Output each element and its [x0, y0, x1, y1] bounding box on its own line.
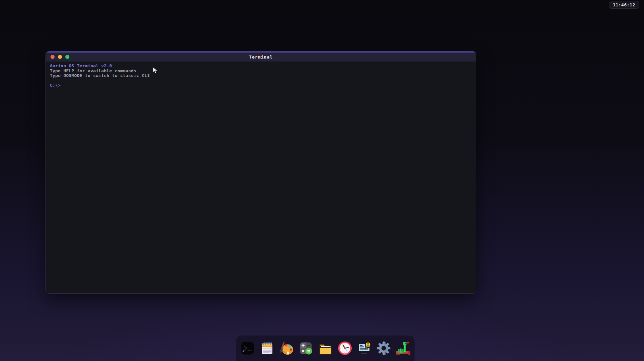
mouse-cursor-icon: [152, 67, 158, 75]
dock-item-snake-game[interactable]: [395, 340, 411, 356]
monitor-info-icon: [357, 340, 372, 356]
calculator-icon: [298, 340, 314, 356]
terminal-window: Terminal Aurion OS Terminal v2.0 Type HE…: [45, 51, 476, 294]
close-button[interactable]: [51, 55, 55, 59]
snake-game-icon: [395, 340, 411, 356]
window-titlebar[interactable]: Terminal: [46, 51, 476, 62]
dock-item-calculator[interactable]: [298, 340, 314, 356]
terminal-line: [50, 78, 472, 83]
terminal-output[interactable]: Aurion OS Terminal v2.0 Type HELP for av…: [46, 62, 476, 90]
notepad-icon: [259, 340, 275, 356]
dock-item-notepad[interactable]: [259, 340, 275, 356]
terminal-icon: [240, 340, 255, 356]
dock: [236, 335, 415, 361]
dock-item-files[interactable]: [317, 340, 333, 356]
paint-palette-icon: [279, 340, 294, 356]
dock-item-paint[interactable]: [279, 340, 295, 356]
clock-icon: [337, 340, 353, 356]
terminal-line: Type DOSMODE to switch to classic CLI: [50, 73, 472, 78]
dock-item-terminal[interactable]: [239, 340, 256, 356]
window-controls: [51, 55, 69, 59]
folder-icon: [318, 340, 333, 356]
dock-item-settings[interactable]: [376, 340, 392, 356]
maximize-button[interactable]: [65, 55, 69, 59]
gear-icon: [376, 340, 391, 356]
terminal-prompt[interactable]: C:\>: [50, 83, 472, 88]
window-title: Terminal: [46, 51, 476, 62]
minimize-button[interactable]: [58, 55, 62, 59]
terminal-line: Aurion OS Terminal v2.0: [50, 64, 472, 69]
dock-item-system-info[interactable]: [356, 340, 373, 356]
status-clock: 11:46:12: [609, 1, 639, 9]
dock-item-clock[interactable]: [337, 340, 353, 356]
terminal-line: Type HELP for available commands: [50, 69, 472, 74]
